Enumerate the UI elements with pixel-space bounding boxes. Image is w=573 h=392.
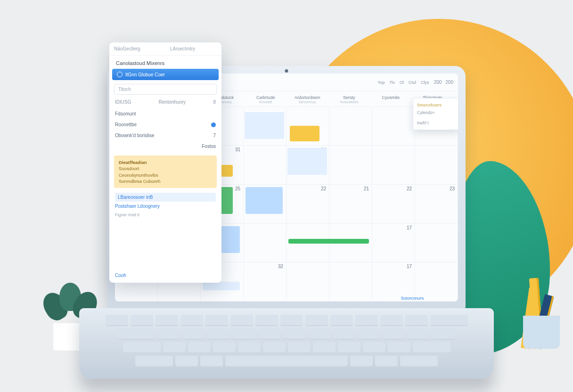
day-header-l2: Devorrcus xyxy=(287,100,328,104)
cell-date-number: 21 xyxy=(364,186,369,191)
side-panel-item-meta: Fostos xyxy=(202,144,216,149)
calendar-cell[interactable]: 32 xyxy=(244,262,286,302)
calendar-cell[interactable] xyxy=(286,107,329,146)
calendar-cell[interactable] xyxy=(329,224,372,263)
side-panel-item-0[interactable]: Fdsomunt xyxy=(109,108,221,119)
calendar-cell[interactable]: 22 xyxy=(372,185,415,224)
day-header-5[interactable]: SerstyTodonteent xyxy=(328,94,370,106)
flyout-item-0[interactable]: Cylendo+ xyxy=(417,109,455,116)
side-panel-item-meta: 7 xyxy=(213,133,216,138)
status-dot-icon xyxy=(211,122,216,127)
calendar-cell[interactable]: 21 xyxy=(329,185,372,224)
year-indicator: 200 200 xyxy=(434,80,453,85)
webcam-dot xyxy=(285,69,288,73)
calendar-event[interactable] xyxy=(287,148,327,175)
calendar-event[interactable] xyxy=(203,282,240,290)
cell-date-number: 22 xyxy=(321,186,326,191)
calendar-cell[interactable] xyxy=(329,146,372,185)
side-link-0[interactable]: LBareoosoer inB xyxy=(115,193,216,202)
group-right-label: Rentonhuory xyxy=(159,99,186,105)
calendar-event[interactable] xyxy=(290,126,319,141)
day-header-3[interactable]: CarkrtodeEnoestt xyxy=(245,94,287,106)
calendar-cell[interactable] xyxy=(286,224,329,263)
view-tab-1[interactable]: Tiv xyxy=(389,80,395,85)
side-panel-cta[interactable]: Cooh xyxy=(115,271,126,280)
calendar-cell[interactable]: 14 xyxy=(286,146,329,185)
calendar-cell[interactable] xyxy=(244,224,286,263)
day-header-l1: Sersty xyxy=(329,95,370,100)
calendar-cell[interactable]: 22 xyxy=(286,185,329,224)
day-header-l2: Enoestt xyxy=(246,100,286,104)
side-link-1[interactable]: Postshaer Ldoognery xyxy=(115,202,216,211)
calendar-cell[interactable] xyxy=(415,224,458,263)
primary-action-label: ItGnn Globue Coer xyxy=(125,72,165,77)
side-panel-item-2[interactable]: Obownk'd borislise7 xyxy=(109,130,221,141)
calendar-cell[interactable] xyxy=(244,146,286,185)
primary-action-button[interactable]: ItGnn Globue Coer xyxy=(112,69,219,80)
view-tab-3[interactable]: Ctul xyxy=(409,80,416,85)
calendar-cell[interactable] xyxy=(244,107,286,146)
side-panel-item-label: Obownk'd borislise xyxy=(115,133,155,138)
highlight-card[interactable]: Dieatffeadian Soosdoort Ceonotiynonthovi… xyxy=(114,155,217,188)
side-panel: NäoGecllerg LArsectmtry Canolastoud Mixe… xyxy=(109,42,221,283)
highlight-card-title: Dieatffeadian xyxy=(119,159,212,165)
cell-date-number: 25 xyxy=(235,186,240,191)
calendar-cell[interactable] xyxy=(372,146,415,185)
side-panel-tabs: NäoGecllerg LArsectmtry xyxy=(109,42,221,56)
calendar-cell[interactable] xyxy=(244,185,286,224)
view-switcher: Yop Tiv Ol Ctul Clys xyxy=(377,80,429,85)
side-panel-item-label: Fdsomunt xyxy=(115,111,136,116)
side-panel-list: FdsomuntRoonettbeObownk'd borislise7Fost… xyxy=(109,107,221,153)
laptop-keyboard xyxy=(79,308,494,379)
cell-date-number: 32 xyxy=(278,264,283,269)
side-panel-links: LBareoosoer inB Postshaer Ldoognery Fign… xyxy=(109,191,221,224)
highlight-card-line-1: Ceonotiynonthovibs xyxy=(119,172,212,178)
side-panel-tab-1[interactable]: LArsectmtry xyxy=(165,42,221,56)
search-input[interactable]: Titoch xyxy=(114,84,217,95)
day-header-4[interactable]: ArdortordsemDevorrcus xyxy=(286,94,328,106)
day-header-l1: Cyosmite xyxy=(370,95,411,100)
day-header-l1: Carkrtode xyxy=(246,95,286,100)
flyout-heading: Smerorboers xyxy=(417,101,455,109)
view-tab-4[interactable]: Clys xyxy=(421,80,429,85)
calendar-cell[interactable] xyxy=(329,262,372,302)
year-b: 200 xyxy=(445,80,453,85)
highlight-card-line-2: Sonrndbrsa Cubonrh xyxy=(119,178,212,184)
side-panel-title: Canolastoud Mixenrs xyxy=(109,56,221,69)
calendar-cell[interactable] xyxy=(415,146,458,185)
right-flyout-menu: Smerorboers Cylendo+ Inefrl l xyxy=(413,98,458,130)
side-panel-item-3[interactable]: Fostos xyxy=(109,141,221,152)
day-header-l2: Todonteent xyxy=(329,100,370,104)
flyout-item-2[interactable]: Inefrl l xyxy=(417,119,455,127)
side-link-2[interactable]: Figner Imid it xyxy=(115,211,216,219)
side-footnote: Sutorcnnors xyxy=(401,296,424,301)
pencil-cup-decoration xyxy=(525,278,545,349)
group-header: IDIUSG Rentonhuory 8 xyxy=(109,97,221,107)
side-panel-tab-0[interactable]: NäoGecllerg xyxy=(109,42,165,56)
view-tab-0[interactable]: Yop xyxy=(377,80,385,85)
calendar-cell[interactable]: 17 xyxy=(372,224,415,263)
cell-date-number: 17 xyxy=(407,225,412,230)
cell-date-number: 31 xyxy=(235,147,240,152)
side-panel-item-1[interactable]: Roonettbe xyxy=(109,119,221,130)
calendar-cell[interactable] xyxy=(286,262,329,302)
day-header-6[interactable]: Cyosmite xyxy=(370,94,412,106)
year-a: 200 xyxy=(434,80,442,85)
side-panel-item-label: Roonettbe xyxy=(115,122,137,127)
group-right-meta: 8 xyxy=(213,99,216,105)
calendar-event[interactable] xyxy=(245,112,285,139)
day-header-l1: Ardortordsem xyxy=(287,95,328,100)
view-tab-2[interactable]: Ol xyxy=(400,80,404,85)
cell-date-number: 23 xyxy=(450,186,455,191)
highlight-card-line-0: Soosdoort xyxy=(119,165,212,172)
cell-date-number: 22 xyxy=(407,186,412,191)
calendar-event[interactable] xyxy=(246,187,283,214)
group-left-label: IDIUSG xyxy=(115,99,131,105)
calendar-cell[interactable] xyxy=(329,107,372,146)
calendar-cell[interactable]: 23 xyxy=(415,185,458,224)
cell-date-number: 17 xyxy=(407,264,412,269)
calendar-cell[interactable] xyxy=(372,107,415,146)
